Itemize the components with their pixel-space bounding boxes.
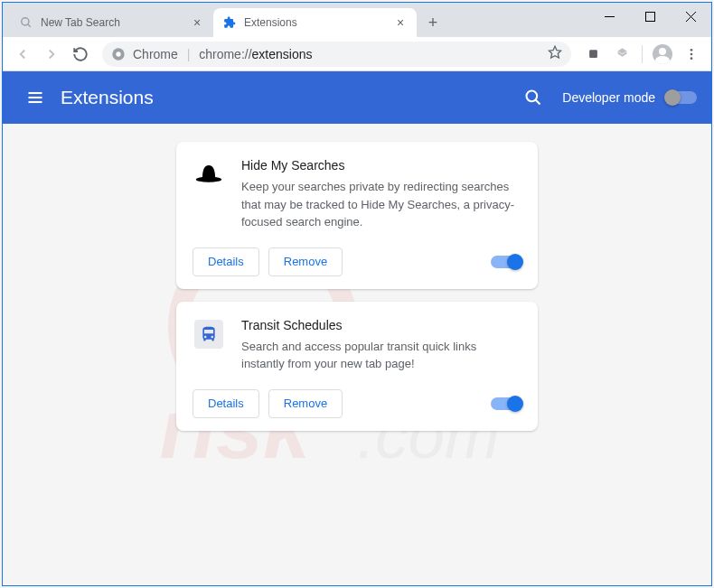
hamburger-menu-icon[interactable] bbox=[17, 79, 53, 116]
menu-kebab-icon[interactable] bbox=[679, 42, 704, 67]
developer-mode-label: Developer mode bbox=[562, 90, 655, 105]
tab-title: Extensions bbox=[244, 16, 393, 29]
browser-window: New Tab Search × Extensions × + bbox=[2, 2, 712, 586]
tab-title: New Tab Search bbox=[41, 16, 190, 29]
url-text: Chrome | chrome://extensions bbox=[133, 47, 313, 61]
tab-new-tab-search[interactable]: New Tab Search × bbox=[10, 8, 213, 37]
enable-toggle[interactable] bbox=[491, 256, 521, 268]
svg-point-16 bbox=[527, 91, 538, 102]
separator bbox=[642, 45, 643, 63]
svg-point-12 bbox=[691, 57, 693, 60]
extension-name: Hide My Searches bbox=[241, 158, 521, 173]
extension-description: Keep your searches private by redirectin… bbox=[241, 178, 521, 231]
reload-button[interactable] bbox=[68, 42, 93, 67]
extensions-header: Extensions Developer mode bbox=[3, 71, 711, 124]
url-prefix: chrome:// bbox=[199, 47, 251, 61]
remove-button[interactable]: Remove bbox=[268, 389, 343, 418]
extensions-content: risk.com Hide My Searches Keep your sear… bbox=[3, 124, 711, 585]
extension-toolbar-icon-2[interactable] bbox=[609, 42, 634, 67]
extension-card: Transit Schedules Search and access popu… bbox=[176, 302, 538, 431]
developer-mode-toggle[interactable] bbox=[666, 91, 697, 104]
back-button[interactable] bbox=[10, 42, 35, 67]
avatar bbox=[653, 44, 672, 64]
hat-icon bbox=[193, 158, 225, 191]
extension-name: Transit Schedules bbox=[241, 318, 521, 332]
remove-button[interactable]: Remove bbox=[268, 247, 343, 276]
titlebar: New Tab Search × Extensions × + bbox=[3, 3, 711, 37]
tab-extensions[interactable]: Extensions × bbox=[213, 8, 417, 37]
search-icon bbox=[19, 15, 33, 30]
svg-marker-8 bbox=[549, 46, 560, 58]
details-button[interactable]: Details bbox=[193, 247, 259, 276]
search-icon[interactable] bbox=[515, 79, 551, 116]
window-controls bbox=[589, 3, 711, 30]
svg-point-10 bbox=[691, 49, 693, 51]
close-icon[interactable]: × bbox=[190, 15, 204, 30]
svg-point-11 bbox=[691, 52, 693, 55]
svg-point-0 bbox=[22, 18, 29, 25]
close-icon[interactable]: × bbox=[393, 15, 408, 30]
svg-rect-3 bbox=[646, 12, 655, 21]
extension-icon bbox=[222, 15, 237, 30]
details-button[interactable]: Details bbox=[193, 389, 259, 418]
tab-strip: New Tab Search × Extensions × + bbox=[3, 3, 589, 37]
svg-line-1 bbox=[28, 24, 31, 27]
chrome-icon bbox=[111, 47, 126, 61]
url-label: Chrome bbox=[133, 47, 178, 61]
extension-card: Hide My Searches Keep your searches priv… bbox=[176, 142, 538, 289]
forward-button[interactable] bbox=[39, 42, 64, 67]
svg-rect-9 bbox=[589, 50, 597, 58]
extension-toolbar-icon-1[interactable] bbox=[580, 42, 606, 67]
svg-line-17 bbox=[536, 100, 540, 105]
minimize-button[interactable] bbox=[589, 3, 630, 30]
url-path: extensions bbox=[252, 47, 313, 61]
close-button[interactable] bbox=[671, 3, 711, 30]
bus-icon bbox=[193, 318, 225, 350]
browser-toolbar: Chrome | chrome://extensions bbox=[3, 37, 711, 71]
extension-description: Search and access popular transit quick … bbox=[241, 338, 521, 373]
enable-toggle[interactable] bbox=[491, 397, 521, 410]
svg-point-7 bbox=[116, 51, 120, 56]
new-tab-button[interactable]: + bbox=[420, 10, 446, 35]
maximize-button[interactable] bbox=[630, 3, 671, 30]
profile-avatar[interactable] bbox=[650, 42, 675, 67]
address-bar[interactable]: Chrome | chrome://extensions bbox=[102, 42, 571, 67]
page-title: Extensions bbox=[61, 87, 515, 108]
bookmark-star-icon[interactable] bbox=[548, 45, 562, 63]
